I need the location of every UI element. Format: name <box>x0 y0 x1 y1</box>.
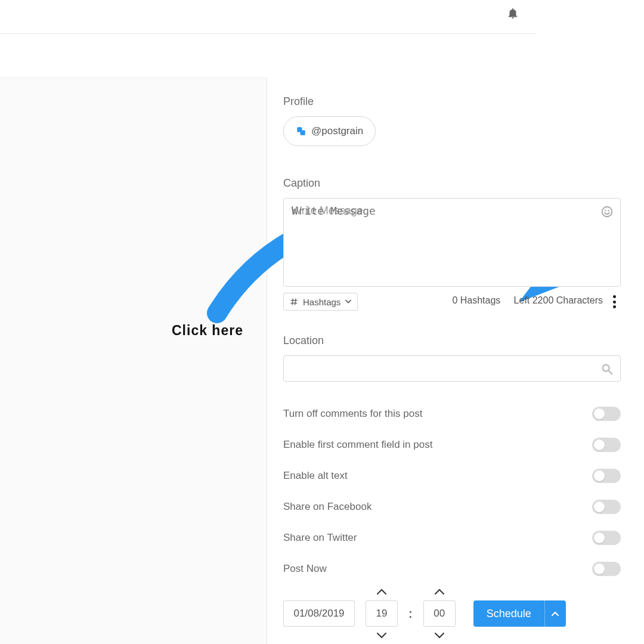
date-input[interactable] <box>283 600 355 627</box>
emoji-button[interactable] <box>600 205 614 219</box>
svg-point-4 <box>605 210 606 211</box>
toggle-switch[interactable] <box>592 500 621 514</box>
toggle-label: Turn off comments for this post <box>283 408 422 420</box>
toggle-label: Enable alt text <box>283 470 348 482</box>
caption-counts: 0 Hashtags Left 2200 Characters <box>452 295 603 306</box>
toggle-label: Post Now <box>283 563 327 575</box>
minute-down[interactable] <box>429 630 450 641</box>
toggle-row-first-comment: Enable first comment field in post <box>283 429 621 460</box>
time-colon: : <box>408 607 413 621</box>
hashtag-count: 0 Hashtags <box>452 295 500 305</box>
hour-down[interactable] <box>371 630 392 641</box>
bell-icon <box>506 7 519 20</box>
topbar <box>0 0 535 34</box>
hour-input[interactable] <box>366 600 398 627</box>
schedule-button-label: Schedule <box>487 608 531 620</box>
toggle-row-share-facebook: Share on Facebook <box>283 491 621 522</box>
hour-column <box>366 586 398 641</box>
location-box <box>283 355 621 382</box>
svg-line-7 <box>609 371 612 374</box>
compose-panel: Profile @postgrain Caption Write Message <box>283 95 621 634</box>
caption-under-row: Hashtags 0 Hashtags Left 2200 Characters <box>283 293 621 313</box>
hashtags-button-label: Hashtags <box>303 297 340 307</box>
character-count: Left 2200 Characters <box>514 295 603 305</box>
caret-up-icon <box>552 611 559 616</box>
annotation-click-here: Click here <box>172 324 243 338</box>
copy-icon <box>296 126 306 137</box>
toggle-row-share-twitter: Share on Twitter <box>283 522 621 553</box>
toggle-switch[interactable] <box>592 438 621 452</box>
chevron-up-icon <box>377 589 386 595</box>
svg-point-5 <box>608 210 609 211</box>
caption-section-title: Caption <box>283 177 621 190</box>
profile-handle: @postgrain <box>311 125 363 137</box>
chevron-down-icon <box>377 633 386 639</box>
toggles-block: Turn off comments for this post Enable f… <box>283 398 621 584</box>
notifications-button[interactable] <box>504 5 521 21</box>
schedule-dropdown[interactable] <box>544 600 566 627</box>
profile-section-title: Profile <box>283 95 621 108</box>
schedule-button[interactable]: Schedule <box>473 600 544 627</box>
hashtags-button[interactable]: Hashtags <box>283 293 358 311</box>
toggle-switch[interactable] <box>592 562 621 576</box>
toggle-switch[interactable] <box>592 531 621 545</box>
chevron-up-icon <box>435 589 444 595</box>
minute-up[interactable] <box>429 586 450 597</box>
smile-icon <box>600 205 614 218</box>
hour-up[interactable] <box>371 586 392 597</box>
caption-input[interactable] <box>284 199 620 286</box>
toggle-row-comments-off: Turn off comments for this post <box>283 398 621 429</box>
schedule-split-button: Schedule <box>473 600 566 627</box>
toggle-switch[interactable] <box>592 469 621 483</box>
toggle-row-alt-text: Enable alt text <box>283 460 621 491</box>
caption-box: Write Message <box>283 198 621 287</box>
schedule-row: : Schedule <box>283 593 621 634</box>
toggle-row-post-now: Post Now <box>283 553 621 584</box>
search-icon <box>600 363 614 376</box>
minute-input[interactable] <box>423 600 456 627</box>
location-section-title: Location <box>283 335 621 347</box>
chevron-down-icon <box>435 633 444 639</box>
toggle-label: Share on Twitter <box>283 532 357 544</box>
minute-column <box>423 586 456 641</box>
toggle-label: Enable first comment field in post <box>283 439 432 451</box>
left-pane <box>0 78 267 644</box>
location-input[interactable] <box>284 356 620 381</box>
hash-icon <box>290 298 298 306</box>
profile-chip[interactable]: @postgrain <box>283 116 376 146</box>
svg-point-3 <box>602 207 612 217</box>
location-search-button[interactable] <box>600 362 614 376</box>
kebab-icon <box>613 295 616 308</box>
more-button[interactable] <box>608 293 621 311</box>
svg-rect-2 <box>301 131 305 135</box>
toggle-switch[interactable] <box>592 407 621 421</box>
caret-down-icon <box>345 299 351 305</box>
toggle-label: Share on Facebook <box>283 501 371 513</box>
